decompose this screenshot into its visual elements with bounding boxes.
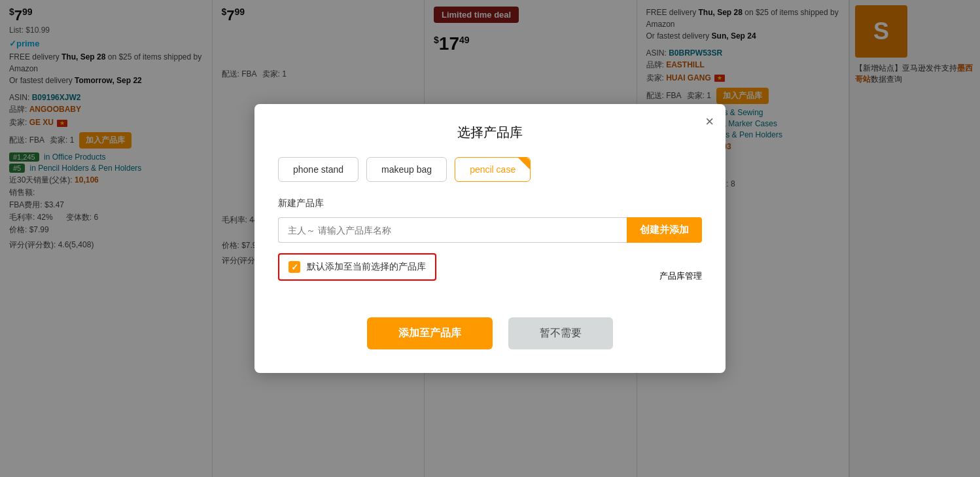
modal-title: 选择产品库 bbox=[278, 124, 702, 141]
create-add-button[interactable]: 创建并添加 bbox=[627, 217, 702, 243]
modal-dialog: × 选择产品库 phone stand makeup bag pencil ca… bbox=[254, 104, 726, 373]
management-link-text[interactable]: 产品库管理 bbox=[659, 271, 702, 281]
tag-pencil-case[interactable]: pencil case bbox=[455, 157, 531, 182]
tag-phone-stand[interactable]: phone stand bbox=[278, 157, 359, 182]
management-link[interactable]: 产品库管理 bbox=[659, 270, 702, 282]
skip-button[interactable]: 暂不需要 bbox=[508, 317, 613, 349]
tag-chip-row: phone stand makeup bag pencil case bbox=[278, 157, 702, 182]
modal-actions: 添加至产品库 暂不需要 bbox=[278, 317, 702, 349]
main-container: $799 List: $10.99 ✓prime FREE delivery T… bbox=[0, 0, 980, 477]
modal-close-button[interactable]: × bbox=[705, 115, 714, 129]
modal-overlay: × 选择产品库 phone stand makeup bag pencil ca… bbox=[0, 0, 980, 477]
checkbox-label: 默认添加至当前选择的产品库 bbox=[307, 261, 426, 273]
input-row: 创建并添加 bbox=[278, 217, 702, 243]
add-to-library-button[interactable]: 添加至产品库 bbox=[367, 317, 493, 349]
default-checkbox-row[interactable]: 默认添加至当前选择的产品库 bbox=[278, 253, 436, 281]
tag-makeup-bag[interactable]: makeup bag bbox=[366, 157, 447, 182]
product-name-input[interactable] bbox=[278, 217, 627, 243]
default-checkbox[interactable] bbox=[289, 261, 300, 273]
new-product-label: 新建产品库 bbox=[278, 198, 702, 209]
